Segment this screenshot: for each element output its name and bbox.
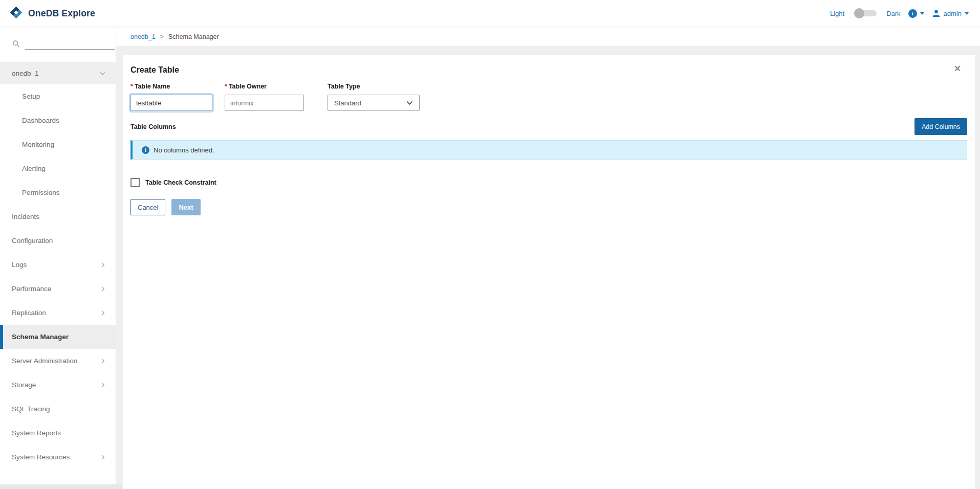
sidebar-item-replication[interactable]: Replication — [0, 301, 116, 325]
nav-label: Schema Manager — [12, 333, 69, 341]
top-header: OneDB Explore Light Dark i admin — [0, 0, 980, 27]
search-input[interactable] — [25, 37, 115, 50]
nav-label: SQL Tracing — [12, 405, 50, 413]
table-type-field-group: Table Type Standard — [328, 83, 420, 111]
nav-label: Alerting — [22, 165, 46, 172]
nav-label: Setup — [22, 93, 40, 100]
database-label: onedb_1 — [12, 70, 39, 77]
onedb-logo-icon — [9, 6, 23, 21]
user-icon — [932, 9, 941, 18]
alert-message: No columns defined. — [154, 146, 214, 154]
nav-label: System Resources — [12, 453, 70, 461]
header-controls: Light Dark i admin — [830, 9, 969, 18]
theme-toggle-knob[interactable] — [854, 8, 864, 18]
cancel-button[interactable]: Cancel — [130, 199, 165, 215]
table-owner-field-group: *Table Owner — [225, 83, 304, 111]
sidebar-horizontal-scrollbar[interactable] — [0, 484, 122, 489]
breadcrumb-current-page: Schema Manager — [168, 33, 219, 40]
sidebar-item-monitoring[interactable]: Monitoring — [0, 132, 116, 157]
chevron-right-icon — [100, 358, 106, 364]
app-logo: OneDB Explore — [9, 6, 95, 21]
breadcrumb-separator: > — [160, 33, 164, 40]
table-name-field-group: *Table Name — [130, 83, 212, 111]
table-name-label: *Table Name — [130, 83, 212, 90]
sidebar-item-database[interactable]: onedb_1 — [0, 62, 116, 84]
nav-label: Permissions — [22, 189, 60, 196]
table-check-constraint-checkbox[interactable] — [130, 178, 140, 187]
close-icon[interactable]: ✕ — [954, 62, 961, 73]
chevron-down-icon — [406, 101, 413, 105]
info-icon: i — [142, 146, 149, 154]
nav-label: Configuration — [12, 237, 53, 244]
theme-light-label: Light — [830, 10, 844, 17]
nav-label: Server Administration — [12, 357, 77, 365]
table-type-select[interactable]: Standard — [328, 95, 420, 111]
next-button[interactable]: Next — [171, 199, 200, 215]
info-icon[interactable]: i — [908, 9, 917, 18]
table-columns-header-row: Table Columns Add Columns — [130, 118, 967, 135]
sidebar-item-configuration[interactable]: Configuration — [0, 229, 116, 253]
nav-label: System Reports — [12, 429, 61, 437]
nav-label: Storage — [12, 381, 36, 389]
sidebar-search — [0, 27, 116, 50]
nav-label: Dashboards — [22, 117, 59, 124]
table-owner-label: *Table Owner — [225, 83, 304, 90]
table-fields-row: *Table Name *Table Owner Table Type Stan… — [130, 83, 967, 111]
app-title: OneDB Explore — [28, 8, 95, 19]
form-actions: Cancel Next — [130, 199, 967, 215]
sidebar: onedb_1 Setup Dashboards Monitoring Aler… — [0, 27, 116, 489]
no-columns-alert: i No columns defined. — [130, 140, 967, 160]
theme-toggle[interactable] — [854, 10, 877, 16]
chevron-down-icon — [965, 12, 969, 15]
sidebar-item-system-reports[interactable]: System Reports — [0, 421, 116, 445]
sidebar-item-sql-tracing[interactable]: SQL Tracing — [0, 397, 116, 421]
sidebar-item-incidents[interactable]: Incidents — [0, 205, 116, 229]
chevron-right-icon — [100, 286, 106, 292]
nav-label: Monitoring — [22, 141, 54, 148]
chevron-right-icon — [100, 454, 106, 460]
sidebar-item-server-administration[interactable]: Server Administration — [0, 349, 116, 373]
sidebar-item-logs[interactable]: Logs — [0, 253, 116, 277]
required-marker: * — [130, 83, 133, 90]
sidebar-item-permissions[interactable]: Permissions — [0, 181, 116, 205]
chevron-down-icon — [920, 12, 924, 15]
chevron-right-icon — [100, 382, 106, 388]
theme-dark-label: Dark — [886, 10, 900, 17]
nav-label: Incidents — [12, 213, 39, 220]
sidebar-item-storage[interactable]: Storage — [0, 373, 116, 397]
help-menu[interactable]: i — [908, 9, 924, 18]
table-type-selected-value: Standard — [334, 99, 361, 107]
panel-title: Create Table — [130, 62, 179, 75]
breadcrumb-database-link[interactable]: onedb_1 — [130, 33, 156, 40]
sidebar-item-dashboards[interactable]: Dashboards — [0, 108, 116, 132]
table-type-label: Table Type — [328, 83, 420, 90]
sidebar-item-setup[interactable]: Setup — [0, 84, 116, 108]
main-content: onedb_1 > Schema Manager Create Table ✕ … — [116, 27, 980, 489]
check-constraint-row: Table Check Constraint — [130, 178, 967, 187]
chevron-down-icon — [99, 70, 106, 77]
add-columns-button[interactable]: Add Columns — [914, 118, 967, 135]
table-name-input[interactable] — [130, 95, 212, 111]
sidebar-item-system-resources[interactable]: System Resources — [0, 445, 116, 469]
chevron-right-icon — [100, 262, 106, 268]
create-table-panel: Create Table ✕ *Table Name *Table Owner … — [123, 55, 975, 489]
nav-label: Replication — [12, 309, 46, 317]
breadcrumb: onedb_1 > Schema Manager — [116, 27, 980, 46]
table-columns-section-label: Table Columns — [130, 123, 176, 130]
search-icon — [12, 40, 20, 50]
user-label: admin — [944, 10, 962, 17]
user-menu[interactable]: admin — [932, 9, 969, 18]
chevron-right-icon — [100, 310, 106, 316]
nav-label: Logs — [12, 261, 27, 269]
required-marker: * — [225, 83, 227, 90]
nav-label: Performance — [12, 285, 51, 293]
sidebar-item-alerting[interactable]: Alerting — [0, 157, 116, 181]
sidebar-item-performance[interactable]: Performance — [0, 277, 116, 301]
sidebar-item-schema-manager[interactable]: Schema Manager — [0, 325, 116, 349]
table-check-constraint-label: Table Check Constraint — [145, 179, 216, 186]
table-owner-input[interactable] — [225, 95, 304, 111]
